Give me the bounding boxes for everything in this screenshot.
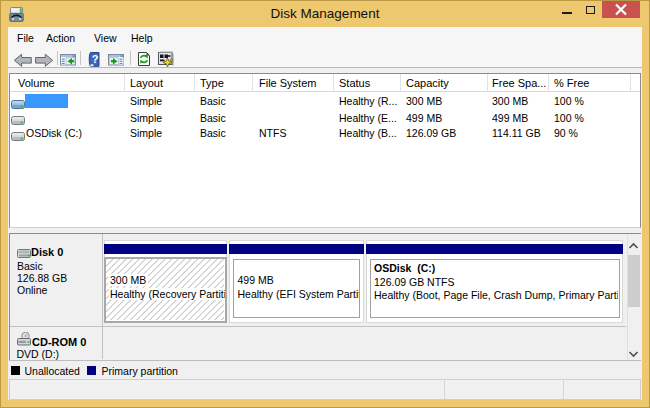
svg-text:?: ? <box>92 53 99 65</box>
